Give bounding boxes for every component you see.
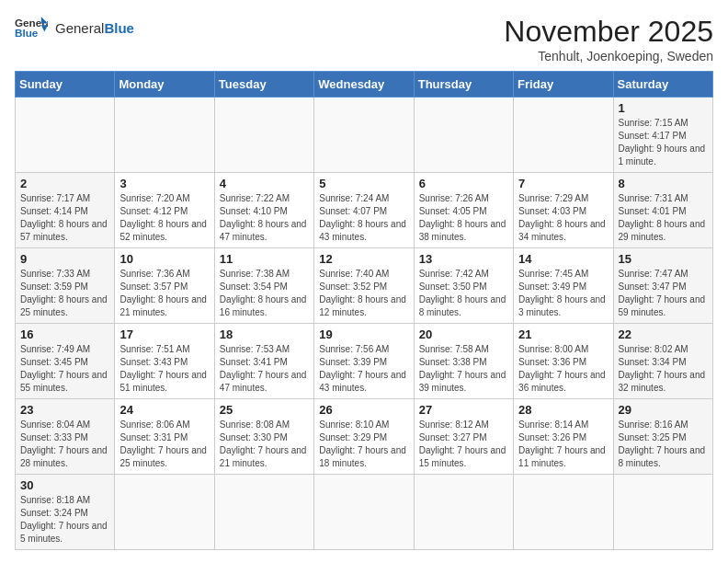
calendar-cell bbox=[115, 98, 214, 173]
header-tuesday: Tuesday bbox=[214, 72, 313, 98]
calendar-week-row: 16Sunrise: 7:49 AM Sunset: 3:45 PM Dayli… bbox=[16, 324, 713, 399]
day-number: 10 bbox=[119, 252, 209, 266]
day-number: 30 bbox=[20, 478, 109, 492]
day-info: Sunrise: 8:06 AM Sunset: 3:31 PM Dayligh… bbox=[119, 419, 209, 470]
day-info: Sunrise: 8:14 AM Sunset: 3:26 PM Dayligh… bbox=[518, 419, 608, 470]
calendar-cell: 7Sunrise: 7:29 AM Sunset: 4:03 PM Daylig… bbox=[514, 173, 613, 248]
day-number: 8 bbox=[619, 177, 708, 190]
calendar-cell bbox=[115, 475, 214, 550]
day-number: 13 bbox=[419, 252, 508, 266]
day-number: 24 bbox=[119, 403, 209, 417]
calendar-cell bbox=[613, 475, 712, 550]
day-info: Sunrise: 8:18 AM Sunset: 3:24 PM Dayligh… bbox=[20, 494, 109, 546]
calendar-cell: 27Sunrise: 8:12 AM Sunset: 3:27 PM Dayli… bbox=[414, 399, 513, 475]
calendar-cell: 28Sunrise: 8:14 AM Sunset: 3:26 PM Dayli… bbox=[514, 399, 613, 475]
calendar-cell: 6Sunrise: 7:26 AM Sunset: 4:05 PM Daylig… bbox=[414, 173, 513, 248]
calendar-cell: 24Sunrise: 8:06 AM Sunset: 3:31 PM Dayli… bbox=[115, 399, 214, 475]
day-number: 21 bbox=[518, 327, 608, 341]
logo: General Blue GeneralBlue bbox=[15, 15, 134, 40]
day-number: 22 bbox=[619, 327, 708, 341]
day-number: 14 bbox=[518, 252, 608, 266]
calendar-cell: 1Sunrise: 7:15 AM Sunset: 4:17 PM Daylig… bbox=[613, 98, 712, 173]
header-wednesday: Wednesday bbox=[314, 72, 414, 98]
day-info: Sunrise: 8:00 AM Sunset: 3:36 PM Dayligh… bbox=[518, 343, 608, 395]
month-title: November 2025 bbox=[504, 15, 713, 49]
day-info: Sunrise: 7:26 AM Sunset: 4:05 PM Dayligh… bbox=[419, 192, 508, 244]
day-info: Sunrise: 8:10 AM Sunset: 3:29 PM Dayligh… bbox=[319, 419, 408, 470]
calendar-cell bbox=[514, 475, 613, 550]
calendar-cell: 30Sunrise: 8:18 AM Sunset: 3:24 PM Dayli… bbox=[16, 475, 115, 550]
day-number: 29 bbox=[619, 403, 708, 417]
calendar-cell: 12Sunrise: 7:40 AM Sunset: 3:52 PM Dayli… bbox=[314, 248, 414, 324]
day-info: Sunrise: 7:58 AM Sunset: 3:38 PM Dayligh… bbox=[419, 343, 508, 395]
header-saturday: Saturday bbox=[613, 72, 712, 98]
calendar-cell: 8Sunrise: 7:31 AM Sunset: 4:01 PM Daylig… bbox=[613, 173, 712, 248]
day-number: 7 bbox=[518, 177, 608, 190]
calendar-cell bbox=[314, 98, 414, 173]
calendar-cell: 29Sunrise: 8:16 AM Sunset: 3:25 PM Dayli… bbox=[613, 399, 712, 475]
calendar-cell: 21Sunrise: 8:00 AM Sunset: 3:36 PM Dayli… bbox=[514, 324, 613, 399]
calendar-week-row: 9Sunrise: 7:33 AM Sunset: 3:59 PM Daylig… bbox=[16, 248, 713, 324]
calendar-cell: 2Sunrise: 7:17 AM Sunset: 4:14 PM Daylig… bbox=[16, 173, 115, 248]
day-info: Sunrise: 7:36 AM Sunset: 3:57 PM Dayligh… bbox=[119, 268, 209, 319]
day-info: Sunrise: 8:12 AM Sunset: 3:27 PM Dayligh… bbox=[419, 419, 508, 470]
day-info: Sunrise: 7:20 AM Sunset: 4:12 PM Dayligh… bbox=[119, 192, 209, 244]
day-number: 1 bbox=[619, 101, 708, 115]
calendar-cell bbox=[514, 98, 613, 173]
day-number: 12 bbox=[319, 252, 408, 266]
day-info: Sunrise: 7:29 AM Sunset: 4:03 PM Dayligh… bbox=[518, 192, 608, 244]
calendar-week-row: 23Sunrise: 8:04 AM Sunset: 3:33 PM Dayli… bbox=[16, 399, 713, 475]
calendar-cell: 5Sunrise: 7:24 AM Sunset: 4:07 PM Daylig… bbox=[314, 173, 414, 248]
day-number: 28 bbox=[518, 403, 608, 417]
calendar-cell: 18Sunrise: 7:53 AM Sunset: 3:41 PM Dayli… bbox=[214, 324, 313, 399]
day-number: 16 bbox=[20, 327, 109, 341]
day-info: Sunrise: 7:31 AM Sunset: 4:01 PM Dayligh… bbox=[619, 192, 708, 244]
calendar-cell: 19Sunrise: 7:56 AM Sunset: 3:39 PM Dayli… bbox=[314, 324, 414, 399]
day-number: 11 bbox=[220, 252, 309, 266]
calendar-week-row: 30Sunrise: 8:18 AM Sunset: 3:24 PM Dayli… bbox=[16, 475, 713, 550]
calendar-cell bbox=[414, 475, 513, 550]
calendar-cell bbox=[16, 98, 115, 173]
calendar-cell: 25Sunrise: 8:08 AM Sunset: 3:30 PM Dayli… bbox=[214, 399, 313, 475]
calendar-cell: 15Sunrise: 7:47 AM Sunset: 3:47 PM Dayli… bbox=[613, 248, 712, 324]
day-info: Sunrise: 7:45 AM Sunset: 3:49 PM Dayligh… bbox=[518, 268, 608, 319]
day-number: 20 bbox=[419, 327, 508, 341]
day-info: Sunrise: 7:53 AM Sunset: 3:41 PM Dayligh… bbox=[220, 343, 309, 395]
logo-icon: General Blue bbox=[15, 15, 48, 40]
day-number: 18 bbox=[220, 327, 309, 341]
calendar-cell: 4Sunrise: 7:22 AM Sunset: 4:10 PM Daylig… bbox=[214, 173, 313, 248]
day-info: Sunrise: 8:16 AM Sunset: 3:25 PM Dayligh… bbox=[619, 419, 708, 470]
day-number: 15 bbox=[619, 252, 708, 266]
calendar-cell: 22Sunrise: 8:02 AM Sunset: 3:34 PM Dayli… bbox=[613, 324, 712, 399]
day-info: Sunrise: 7:33 AM Sunset: 3:59 PM Dayligh… bbox=[20, 268, 109, 319]
day-number: 2 bbox=[20, 177, 109, 190]
day-info: Sunrise: 8:08 AM Sunset: 3:30 PM Dayligh… bbox=[220, 419, 309, 470]
calendar-cell: 23Sunrise: 8:04 AM Sunset: 3:33 PM Dayli… bbox=[16, 399, 115, 475]
calendar-cell: 9Sunrise: 7:33 AM Sunset: 3:59 PM Daylig… bbox=[16, 248, 115, 324]
day-info: Sunrise: 7:15 AM Sunset: 4:17 PM Dayligh… bbox=[619, 117, 708, 168]
calendar-cell: 10Sunrise: 7:36 AM Sunset: 3:57 PM Dayli… bbox=[115, 248, 214, 324]
day-info: Sunrise: 7:49 AM Sunset: 3:45 PM Dayligh… bbox=[20, 343, 109, 395]
calendar-cell bbox=[314, 475, 414, 550]
header-monday: Monday bbox=[115, 72, 214, 98]
day-number: 4 bbox=[220, 177, 309, 190]
day-number: 26 bbox=[319, 403, 408, 417]
calendar-cell bbox=[414, 98, 513, 173]
day-number: 25 bbox=[220, 403, 309, 417]
calendar-cell: 16Sunrise: 7:49 AM Sunset: 3:45 PM Dayli… bbox=[16, 324, 115, 399]
day-info: Sunrise: 7:24 AM Sunset: 4:07 PM Dayligh… bbox=[319, 192, 408, 244]
day-info: Sunrise: 7:42 AM Sunset: 3:50 PM Dayligh… bbox=[419, 268, 508, 319]
day-number: 6 bbox=[419, 177, 508, 190]
day-info: Sunrise: 7:51 AM Sunset: 3:43 PM Dayligh… bbox=[119, 343, 209, 395]
logo-blue: Blue bbox=[104, 20, 134, 36]
title-area: November 2025 Tenhult, Joenkoeping, Swed… bbox=[504, 15, 713, 63]
svg-text:Blue: Blue bbox=[15, 27, 39, 39]
header-friday: Friday bbox=[514, 72, 613, 98]
calendar-cell: 11Sunrise: 7:38 AM Sunset: 3:54 PM Dayli… bbox=[214, 248, 313, 324]
day-info: Sunrise: 7:22 AM Sunset: 4:10 PM Dayligh… bbox=[220, 192, 309, 244]
day-info: Sunrise: 8:04 AM Sunset: 3:33 PM Dayligh… bbox=[20, 419, 109, 470]
day-number: 27 bbox=[419, 403, 508, 417]
header-thursday: Thursday bbox=[414, 72, 513, 98]
day-info: Sunrise: 7:40 AM Sunset: 3:52 PM Dayligh… bbox=[319, 268, 408, 319]
page-header: General Blue GeneralBlue November 2025 T… bbox=[15, 15, 713, 63]
